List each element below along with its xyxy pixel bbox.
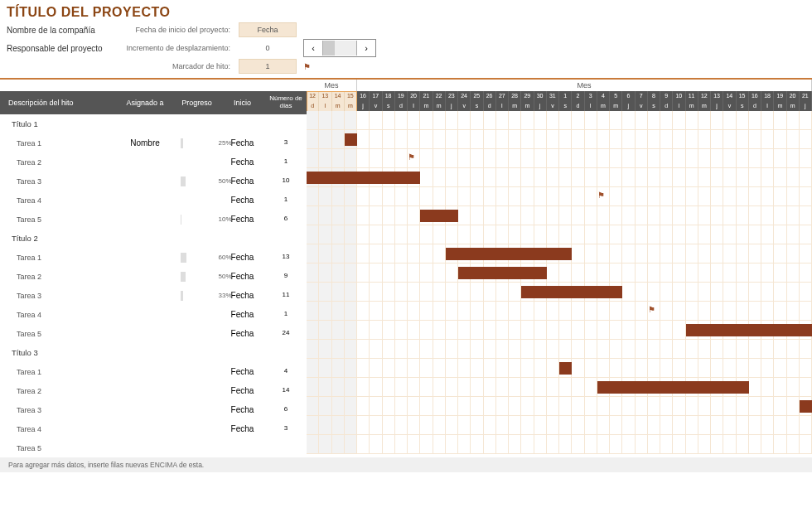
gantt-row	[307, 206, 812, 225]
col-header-progress: Progreso	[174, 99, 220, 107]
day-weekday: m	[686, 101, 698, 111]
section-row[interactable]: Título 3	[0, 343, 307, 362]
gantt-bar[interactable]	[420, 210, 458, 222]
gantt-bar[interactable]	[686, 324, 813, 336]
gantt-bar[interactable]	[458, 267, 547, 279]
flag-icon: ⚑	[303, 62, 311, 71]
day-weekday: l	[761, 101, 774, 111]
gantt-bar[interactable]	[521, 286, 622, 298]
task-days: 1	[265, 311, 307, 318]
day-number: 14	[723, 91, 736, 101]
scroll-track[interactable]	[322, 41, 357, 56]
gantt-bar[interactable]	[559, 362, 572, 375]
task-desc: Tarea 5	[0, 215, 116, 224]
gantt-bar[interactable]	[307, 172, 420, 184]
task-days: 1	[265, 158, 307, 166]
task-row[interactable]: Tarea 4Fecha1	[0, 305, 307, 324]
task-row[interactable]: Tarea 5	[0, 438, 307, 457]
milestone-input[interactable]: 1	[239, 59, 297, 74]
day-weekday: m	[774, 101, 786, 111]
task-start: Fecha	[220, 424, 265, 433]
day-weekday: m	[597, 101, 610, 111]
day-number: 14	[332, 91, 345, 101]
task-row[interactable]: Tarea 160%Fecha13	[0, 248, 307, 267]
day-weekday: d	[395, 101, 408, 111]
day-weekday: m	[787, 101, 800, 111]
section-row[interactable]: Título 1	[0, 114, 307, 133]
day-weekday: s	[737, 101, 749, 111]
scroll-right-button[interactable]: ›	[357, 40, 375, 56]
day-weekday: j	[534, 101, 547, 111]
task-desc: Tarea 2	[0, 273, 116, 281]
task-row[interactable]: Tarea 1Nombre25%Fecha3	[0, 133, 307, 152]
day-weekday: v	[636, 101, 648, 111]
col-header-assigned: Asignado a	[116, 99, 174, 107]
task-row[interactable]: Tarea 4Fecha1	[0, 191, 307, 210]
day-weekday: s	[471, 101, 483, 111]
task-table: Descripción del hito Asignado a Progreso…	[0, 80, 307, 457]
day-weekday: m	[509, 101, 521, 111]
scroll-left-button[interactable]: ‹	[304, 40, 322, 56]
day-weekday: d	[660, 101, 673, 111]
gantt-bar[interactable]	[446, 248, 573, 260]
day-weekday: m	[420, 101, 433, 111]
task-row[interactable]: Tarea 333%Fecha11	[0, 286, 307, 305]
milestone-flag-icon[interactable]: ⚑	[408, 152, 415, 162]
task-desc: Tarea 4	[0, 196, 116, 205]
day-number: 16	[357, 91, 370, 101]
task-start: Fecha	[220, 367, 265, 376]
task-row[interactable]: Tarea 3Fecha6	[0, 400, 307, 419]
task-days: 13	[265, 254, 307, 261]
column-headers: Descripción del hito Asignado a Progreso…	[0, 91, 307, 114]
task-row[interactable]: Tarea 1Fecha4	[0, 362, 307, 381]
scroll-increment-value[interactable]: 0	[239, 41, 297, 56]
day-number: 21	[800, 91, 812, 101]
milestone-flag-icon[interactable]: ⚑	[597, 191, 605, 200]
day-number: 10	[673, 91, 685, 101]
task-days: 4	[265, 368, 307, 375]
start-date-label: Fecha de inicio del proyecto:	[114, 26, 239, 34]
start-date-input[interactable]: Fecha	[239, 22, 297, 37]
day-weekday: s	[559, 101, 572, 111]
col-header-desc: Descripción del hito	[0, 99, 116, 107]
day-number: 29	[521, 91, 534, 101]
day-weekday: j	[446, 101, 458, 111]
task-days: 6	[265, 406, 307, 413]
gantt-row: ⚑	[307, 149, 812, 168]
task-row[interactable]: Tarea 510%Fecha6	[0, 210, 307, 229]
task-row[interactable]: Tarea 250%Fecha9	[0, 267, 307, 286]
company-label: Nombre de la compañía	[7, 26, 114, 35]
task-start: Fecha	[220, 196, 265, 205]
task-row[interactable]: Tarea 2Fecha1	[0, 152, 307, 172]
task-row[interactable]: Tarea 2Fecha14	[0, 381, 307, 400]
scroll-increment-label: Incremento de desplazamiento:	[114, 44, 239, 52]
day-weekday: m	[698, 101, 711, 111]
day-number: 1	[559, 91, 572, 101]
day-number: 9	[660, 91, 673, 101]
milestone-flag-icon[interactable]: ⚑	[648, 305, 655, 314]
task-days: 24	[265, 330, 307, 337]
section-row[interactable]: Título 2	[0, 229, 307, 248]
task-row[interactable]: Tarea 5Fecha24	[0, 324, 307, 343]
task-desc: Tarea 4	[0, 425, 116, 433]
gantt-row: ⚑	[307, 187, 812, 206]
day-number: 18	[761, 91, 774, 101]
task-days: 1	[265, 196, 307, 204]
gantt-row	[307, 397, 812, 416]
task-days: 14	[265, 387, 307, 394]
gantt-bar[interactable]	[800, 400, 812, 413]
day-weekday: s	[383, 101, 395, 111]
task-row[interactable]: Tarea 350%Fecha10	[0, 172, 307, 191]
day-number: 30	[534, 91, 547, 101]
day-number: 5	[610, 91, 622, 101]
task-row[interactable]: Tarea 4Fecha3	[0, 419, 307, 438]
day-number: 13	[319, 91, 331, 101]
day-weekday: m	[521, 101, 534, 111]
gantt-row	[307, 435, 812, 454]
gantt-bar[interactable]	[597, 381, 749, 394]
day-number: 11	[686, 91, 698, 101]
gantt-bar[interactable]	[345, 133, 357, 146]
day-weekday: v	[547, 101, 559, 111]
day-weekday: l	[673, 101, 685, 111]
day-number: 31	[547, 91, 559, 101]
